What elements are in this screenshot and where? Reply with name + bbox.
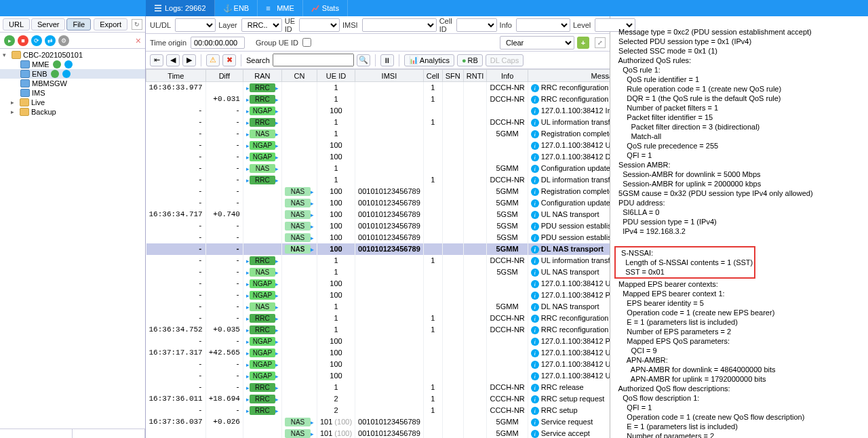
tab-label: Stats	[322, 4, 339, 12]
tab-stats[interactable]: Stats	[303, 0, 348, 16]
tab-label: ENB	[234, 4, 250, 12]
mme-icon: ≡	[266, 4, 274, 12]
tab-mme[interactable]: ≡ MME	[258, 0, 303, 16]
tab-enb[interactable]: ⚓ ENB	[215, 0, 258, 16]
list-icon	[154, 4, 162, 12]
tab-label: Logs: 29662	[165, 4, 206, 12]
tab-logs[interactable]: Logs: 29662	[146, 0, 215, 16]
chart-icon	[311, 4, 319, 12]
tab-bar: Logs: 29662 ⚓ ENB ≡ MME Stats	[0, 0, 868, 16]
tab-label: MME	[277, 4, 294, 12]
anchor-icon: ⚓	[223, 4, 231, 12]
